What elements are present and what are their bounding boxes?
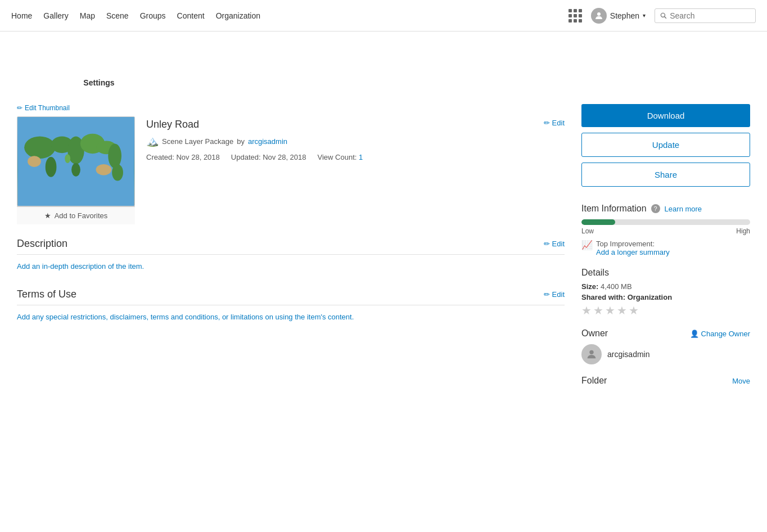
help-icon[interactable]: ?: [651, 204, 660, 213]
improvement-row: 📈 Top Improvement: Add a longer summary: [581, 240, 750, 256]
description-edit-button[interactable]: ✏ Edit: [544, 240, 565, 248]
svg-point-12: [65, 154, 70, 163]
description-section: Description ✏ Edit Add an in-depth descr…: [17, 238, 565, 270]
pencil-icon: ✏: [17, 104, 22, 112]
search-icon: [660, 11, 667, 20]
folder-title: Folder: [581, 376, 607, 386]
apps-icon[interactable]: [569, 9, 582, 22]
item-title-row: Unley Road ✏ Edit: [146, 119, 565, 135]
item-information-header: Item Information ? Learn more: [581, 204, 750, 214]
item-title: Unley Road: [146, 119, 199, 130]
thumbnail-wrap: ★ Add to Favorites: [17, 116, 135, 224]
page-title: Unley Road: [17, 43, 111, 64]
hero-edit-button[interactable]: ✏ Edit: [118, 49, 138, 57]
details-section: Details Size: 4,400 MB Shared with: Orga…: [581, 268, 750, 317]
svg-point-13: [28, 156, 41, 167]
description-placeholder-link[interactable]: Add an in-depth description of the item.: [17, 262, 144, 270]
svg-point-4: [24, 137, 55, 159]
svg-point-0: [597, 12, 601, 16]
nav-organization[interactable]: Organization: [216, 11, 260, 20]
download-button[interactable]: Download: [581, 104, 750, 127]
change-owner-button[interactable]: 👤 Change Owner: [690, 330, 750, 338]
search-box[interactable]: [655, 8, 756, 23]
terms-edit-button[interactable]: ✏ Edit: [544, 290, 565, 299]
svg-point-10: [46, 157, 57, 177]
user-name: Stephen: [610, 11, 639, 20]
nav-content[interactable]: Content: [177, 11, 205, 20]
owner-title: Owner: [581, 328, 608, 339]
nav-groups[interactable]: Groups: [140, 11, 166, 20]
map-thumbnail-svg: [17, 117, 134, 206]
terms-title: Terms of Use: [17, 288, 76, 300]
item-information-section: Item Information ? Learn more Low High 📈…: [581, 204, 750, 256]
shared-row: Shared with: Organization: [581, 293, 750, 301]
nav-scene[interactable]: Scene: [106, 11, 129, 20]
thumbnail-image: [17, 116, 135, 206]
owner-name: arcgisadmin: [607, 350, 649, 359]
hero-tabs: Overview Settings: [17, 73, 750, 93]
folder-section: Folder Move: [581, 376, 750, 386]
star-icon: ★: [44, 211, 51, 220]
description-header: Description ✏ Edit: [17, 238, 565, 255]
svg-point-1: [661, 13, 665, 17]
nav-map[interactable]: Map: [80, 11, 95, 20]
action-buttons: Download Update Share: [581, 104, 750, 192]
view-count-link[interactable]: 1: [359, 153, 363, 161]
svg-line-2: [665, 16, 666, 18]
terms-header: Terms of Use ✏ Edit: [17, 288, 565, 305]
svg-point-15: [112, 164, 123, 181]
item-meta: Unley Road ✏ Edit 🏔️ Scene Layer Package…: [146, 116, 565, 161]
terms-placeholder-link[interactable]: Add any special restrictions, disclaimer…: [17, 313, 354, 321]
details-title: Details: [581, 268, 750, 278]
add-favorites-button[interactable]: ★ Add to Favorites: [17, 206, 135, 224]
progress-labels: Low High: [581, 227, 750, 235]
hero-banner: Unley Road ✏ Edit Overview Settings: [0, 31, 767, 93]
nav-right: Stephen ▾: [569, 8, 756, 24]
tab-settings[interactable]: Settings: [72, 73, 125, 93]
main-content: ✏ Edit Thumbnail: [0, 93, 767, 397]
owner-section: Owner 👤 Change Owner arcgisadmin: [581, 328, 750, 364]
author-link[interactable]: arcgisadmin: [248, 137, 287, 146]
left-panel: ✏ Edit Thumbnail: [17, 104, 565, 386]
chevron-down-icon: ▾: [643, 12, 646, 19]
nav-links: Home Gallery Map Scene Groups Content Or…: [11, 11, 260, 20]
terms-section: Terms of Use ✏ Edit Add any special rest…: [17, 288, 565, 321]
person-icon: 👤: [690, 330, 699, 338]
user-avatar: [591, 8, 607, 24]
pencil-icon: ✏: [544, 119, 550, 127]
chart-icon: 📈: [581, 240, 593, 250]
progress-fill: [581, 219, 615, 225]
owner-avatar: [581, 344, 602, 364]
search-input[interactable]: [670, 11, 751, 20]
folder-move-button[interactable]: Move: [732, 377, 750, 385]
item-header: ★ Add to Favorites Unley Road ✏ Edit 🏔️: [17, 116, 565, 224]
edit-thumbnail-button[interactable]: ✏ Edit Thumbnail: [17, 104, 70, 112]
improvement-link[interactable]: Add a longer summary: [596, 248, 670, 256]
size-row: Size: 4,400 MB: [581, 282, 750, 291]
owner-row: arcgisadmin: [581, 344, 750, 364]
item-type-icon: 🏔️: [146, 135, 159, 147]
svg-point-11: [71, 163, 80, 177]
svg-point-9: [108, 143, 121, 168]
nav-bar: Home Gallery Map Scene Groups Content Or…: [0, 0, 767, 31]
rating-stars: ★★★★★: [581, 304, 750, 317]
thumbnail-section: ✏ Edit Thumbnail: [17, 104, 565, 224]
nav-home[interactable]: Home: [11, 11, 32, 20]
share-button[interactable]: Share: [581, 163, 750, 187]
item-completeness-bar: [581, 219, 750, 225]
pencil-icon: ✏: [544, 290, 550, 299]
update-button[interactable]: Update: [581, 133, 750, 157]
svg-point-16: [589, 350, 593, 354]
nav-gallery[interactable]: Gallery: [43, 11, 68, 20]
hero-title-row: Unley Road ✏ Edit: [17, 43, 750, 64]
user-menu[interactable]: Stephen ▾: [591, 8, 646, 24]
right-panel: Download Update Share Item Information ?…: [581, 104, 750, 386]
tab-overview[interactable]: Overview: [17, 73, 72, 93]
item-type: 🏔️ Scene Layer Package by arcgisadmin: [146, 135, 565, 147]
item-dates: Created: Nov 28, 2018 Updated: Nov 28, 2…: [146, 153, 565, 161]
pencil-icon: ✏: [118, 49, 124, 57]
pencil-icon: ✏: [544, 240, 550, 248]
description-title: Description: [17, 238, 67, 250]
learn-more-link[interactable]: Learn more: [665, 205, 702, 213]
item-edit-button[interactable]: ✏ Edit: [544, 119, 565, 127]
